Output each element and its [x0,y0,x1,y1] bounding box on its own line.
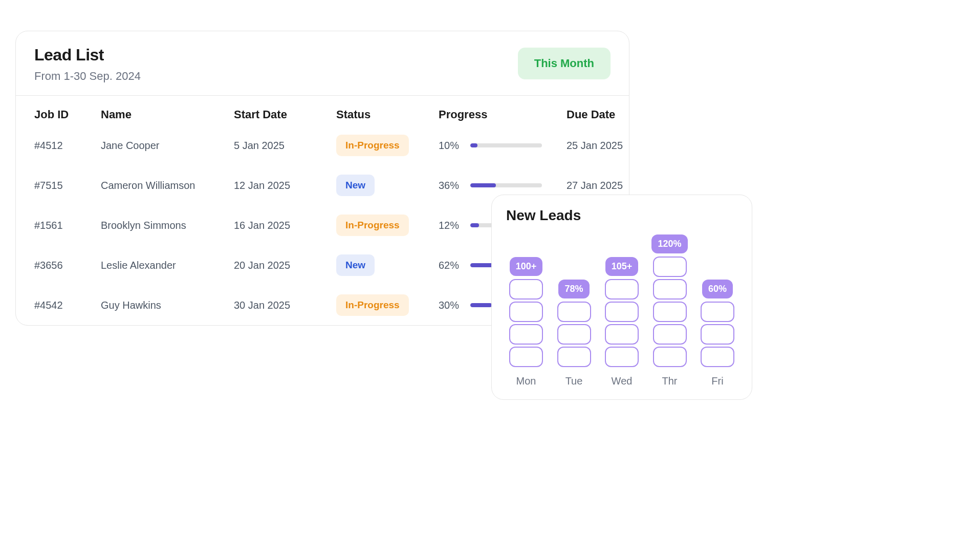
table-row[interactable]: #4512Jane Cooper5 Jan 2025In-Progress10%… [16,125,629,165]
bar-stack [701,302,734,367]
cell-start-date: 5 Jan 2025 [234,140,336,152]
cell-progress: 36% [439,180,567,191]
bar-column: 105+ [602,257,642,367]
bar-block [653,257,687,277]
bar-block [557,347,591,367]
progress-fill [470,143,477,147]
bar-value-pill: 105+ [605,257,639,276]
bar-block [605,279,639,300]
cell-job-id: #4512 [34,140,101,152]
axis-label: Thr [650,375,690,387]
progress-percent: 10% [439,140,462,152]
new-leads-card: New Leads 100+78%105+120%60% MonTueWedTh… [491,195,752,400]
cell-name: Guy Hawkins [101,300,234,311]
cell-job-id: #4542 [34,300,101,311]
bar-block [653,279,687,300]
col-name: Name [101,108,234,121]
bar-block [605,324,639,345]
cell-name: Jane Cooper [101,140,234,152]
bar-block [557,324,591,345]
bar-stack [557,302,591,367]
col-job-id: Job ID [34,108,101,121]
new-leads-axis: MonTueWedThrFri [506,375,737,387]
bar-column: 100+ [506,257,546,367]
bar-stack [509,279,543,367]
progress-fill [470,183,496,187]
lead-list-header: Lead List From 1-30 Sep. 2024 This Month [16,31,629,96]
bar-block [509,302,543,322]
cell-name: Leslie Alexander [101,260,234,271]
bar-block [509,279,543,300]
progress-bar [470,143,542,147]
bar-column: 120% [650,234,690,367]
cell-name: Brooklyn Simmons [101,220,234,231]
bar-block [605,347,639,367]
bar-block [557,302,591,322]
cell-start-date: 30 Jan 2025 [234,300,336,311]
status-badge: In-Progress [336,135,409,156]
cell-name: Cameron Williamson [101,180,234,191]
lead-list-subtitle: From 1-30 Sep. 2024 [34,70,141,83]
progress-percent: 62% [439,260,462,271]
bar-value-pill: 120% [651,234,687,253]
col-due-date: Due Date [567,108,629,121]
axis-label: Wed [602,375,642,387]
status-badge: In-Progress [336,215,409,236]
lead-list-title: Lead List [34,46,141,65]
bar-value-pill: 100+ [510,257,543,276]
progress-percent: 30% [439,300,462,311]
status-badge: In-Progress [336,294,409,316]
cell-progress: 10% [439,140,567,152]
col-start-date: Start Date [234,108,336,121]
bar-block [701,324,734,345]
progress-bar [470,183,542,187]
bar-stack [653,257,687,367]
status-badge: New [336,254,375,276]
bar-value-pill: 78% [558,280,589,298]
cell-due-date: 27 Jan 2025 [567,180,629,191]
bar-block [605,302,639,322]
axis-label: Mon [506,375,546,387]
cell-status: New [336,175,439,196]
cell-start-date: 16 Jan 2025 [234,220,336,231]
bar-value-pill: 60% [702,280,733,298]
bar-block [509,324,543,345]
bar-block [653,347,687,367]
cell-job-id: #7515 [34,180,101,191]
progress-fill [470,303,492,307]
bar-column: 78% [554,280,594,367]
cell-status: In-Progress [336,135,439,156]
bar-block [653,302,687,322]
new-leads-title: New Leads [506,207,737,224]
status-badge: New [336,175,375,196]
lead-list-heading-group: Lead List From 1-30 Sep. 2024 [34,46,141,83]
new-leads-bars: 100+78%105+120%60% [506,234,737,367]
bar-block [653,324,687,345]
bar-block [701,347,734,367]
cell-start-date: 12 Jan 2025 [234,180,336,191]
lead-table-header-row: Job ID Name Start Date Status Progress D… [16,96,629,125]
cell-status: New [336,254,439,276]
cell-job-id: #1561 [34,220,101,231]
progress-percent: 36% [439,180,462,191]
progress-fill [470,223,479,227]
cell-status: In-Progress [336,215,439,236]
cell-status: In-Progress [336,294,439,316]
bar-stack [605,279,639,367]
cell-start-date: 20 Jan 2025 [234,260,336,271]
col-status: Status [336,108,439,121]
axis-label: Tue [554,375,594,387]
cell-job-id: #3656 [34,260,101,271]
bar-block [701,302,734,322]
axis-label: Fri [698,375,737,387]
col-progress: Progress [439,108,567,121]
cell-due-date: 25 Jan 2025 [567,140,629,152]
bar-column: 60% [698,280,737,367]
progress-percent: 12% [439,220,462,231]
period-filter-button[interactable]: This Month [518,48,611,79]
bar-block [509,347,543,367]
